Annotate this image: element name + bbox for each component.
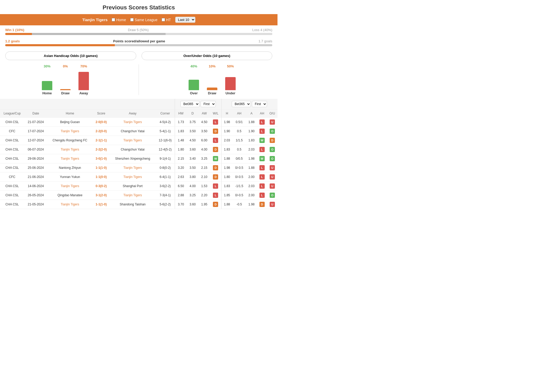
cell-corner: 4-5(4-2) bbox=[156, 118, 175, 127]
cell-a: 2.00 bbox=[246, 172, 257, 182]
home-checkbox[interactable] bbox=[112, 18, 115, 21]
cell-a: 1.98 bbox=[246, 200, 257, 209]
cell-corner: 0-8(0-2) bbox=[156, 163, 175, 172]
bet365-dropdown-1[interactable]: Bet365 bbox=[180, 101, 200, 107]
first-dropdown-2[interactable]: First bbox=[252, 101, 267, 107]
chart-bar-away bbox=[78, 72, 89, 90]
cell-ah2: W bbox=[257, 154, 267, 163]
badge-ah2: L bbox=[259, 174, 265, 180]
cell-aw: 2.10 bbox=[199, 172, 210, 182]
chart-pct-home: 30% bbox=[44, 64, 50, 68]
team-name: Tianjin Tigers bbox=[82, 18, 107, 22]
cell-d: 4.50 bbox=[187, 136, 199, 145]
chart-label-over: Over bbox=[190, 91, 198, 95]
chart-label-home: Home bbox=[42, 91, 52, 95]
table-row: CFC 21-06-2024 Yunnan Yukun 1-1(0-0) Tia… bbox=[0, 172, 278, 182]
cell-ah2: L bbox=[257, 145, 267, 154]
cell-league: CHA CSL bbox=[0, 163, 24, 172]
same-league-checkbox[interactable] bbox=[130, 18, 134, 21]
cell-hw: 3.20 bbox=[175, 163, 187, 172]
th-aw: AW bbox=[199, 109, 210, 118]
cell-corner: 12-4(5-2) bbox=[156, 145, 175, 154]
cell-away: Changchun Yatai bbox=[110, 145, 156, 154]
cell-league: CFC bbox=[0, 172, 24, 182]
ht-checkbox[interactable] bbox=[162, 18, 165, 21]
home-filter[interactable]: Home bbox=[112, 18, 126, 22]
bet365-dropdown-2[interactable]: Bet365 bbox=[232, 101, 251, 107]
last-n-dropdown[interactable]: Last 10 Last 5 Last 20 bbox=[175, 17, 195, 23]
chart-pct-away: 70% bbox=[80, 64, 87, 68]
cell-date: 14-06-2024 bbox=[24, 182, 47, 191]
cell-a: 2.00 bbox=[246, 191, 257, 200]
cell-date: 21-06-2024 bbox=[24, 172, 47, 182]
cell-h: 1.90 bbox=[221, 127, 233, 136]
badge-wl: D bbox=[213, 202, 218, 207]
cell-league: CHA CSL bbox=[0, 182, 24, 191]
chart-label-draw2: Draw bbox=[208, 91, 216, 95]
cell-a: 2.03 bbox=[246, 145, 257, 154]
cell-ah2: W bbox=[257, 136, 267, 145]
chart-pct-draw2: 10% bbox=[209, 64, 216, 68]
cell-away: Tianjin Tigers bbox=[110, 136, 156, 145]
chart-bar-over bbox=[189, 80, 199, 90]
ou-odds-button[interactable]: Over/Under Odds (10 games) bbox=[141, 51, 273, 60]
table-row: CHA CSL 21-07-2024 Beijing Guoan 2-0(0-0… bbox=[0, 118, 278, 127]
th-h: H bbox=[221, 109, 233, 118]
cell-ah: -1/1.5 bbox=[233, 182, 246, 191]
goals-bar bbox=[5, 44, 272, 46]
cell-hw: 6.50 bbox=[175, 182, 187, 191]
chart-pct-over: 40% bbox=[190, 64, 197, 68]
ah-odds-button[interactable]: Asian Handicap Odds (10 games) bbox=[5, 51, 136, 60]
cell-score: 1-1(1-0) bbox=[93, 163, 110, 172]
cell-date: 21-05-2024 bbox=[24, 200, 47, 209]
cell-score: 1-1(0-0) bbox=[93, 172, 110, 182]
th-away: Away bbox=[110, 109, 156, 118]
cell-ou: U bbox=[267, 118, 278, 127]
cell-away: Tianjin Tigers bbox=[110, 191, 156, 200]
chart-bar-wrap-over bbox=[189, 69, 199, 90]
ou-charts: 40% Over 10% Draw 50% Under bbox=[152, 64, 272, 95]
badge-wl: D bbox=[213, 129, 218, 134]
chart-pct-under: 50% bbox=[227, 64, 234, 68]
cell-home: Tianjin Tigers bbox=[47, 154, 93, 163]
chart-label-under: Under bbox=[225, 91, 235, 95]
th-date: Date bbox=[24, 109, 47, 118]
cell-corner: 3-6(2-2) bbox=[156, 182, 175, 191]
cell-corner: 5-6(2-2) bbox=[156, 200, 175, 209]
header-bar: Tianjin Tigers Home Same League HT Last … bbox=[0, 14, 278, 25]
table-row: CHA CSL 29-06-2024 Tianjin Tigers 3-0(1-… bbox=[0, 154, 278, 163]
badge-ou: O bbox=[270, 156, 275, 161]
cell-away: Shandong Taishan bbox=[110, 200, 156, 209]
chart-pct-draw: 0% bbox=[63, 64, 68, 68]
badge-wl: L bbox=[213, 138, 218, 143]
cell-league: CHA CSL bbox=[0, 200, 24, 209]
cell-score: 2-0(0-0) bbox=[93, 118, 110, 127]
cell-h: 1.88 bbox=[221, 200, 233, 209]
cell-corner: 12-1(6-0) bbox=[156, 136, 175, 145]
cell-league: CHA CSL bbox=[0, 154, 24, 163]
cell-ah: 0/-0.5 bbox=[233, 163, 246, 172]
cell-away: Tianjin Tigers bbox=[110, 172, 156, 182]
badge-ah2: L bbox=[259, 119, 265, 125]
cell-date: 26-05-2024 bbox=[24, 191, 47, 200]
cell-score: 1-1(1-0) bbox=[93, 200, 110, 209]
badge-ou: U bbox=[270, 119, 275, 125]
ht-filter[interactable]: HT bbox=[162, 18, 171, 22]
same-league-filter[interactable]: Same League bbox=[130, 18, 157, 22]
table-row: CHA CSL 26-05-2024 Qingdao Manatee 3-1(2… bbox=[0, 191, 278, 200]
cell-ah: 0.5 bbox=[233, 145, 246, 154]
cell-wl: D bbox=[210, 145, 221, 154]
cell-a: 1.98 bbox=[246, 154, 257, 163]
cell-h: 1.98 bbox=[221, 163, 233, 172]
badge-wl: D bbox=[213, 174, 218, 180]
cell-ah: 0/-0.5 bbox=[233, 191, 246, 200]
cell-ah2: L bbox=[257, 182, 267, 191]
th-hw: HW bbox=[175, 109, 187, 118]
first-dropdown-1[interactable]: First bbox=[201, 101, 216, 107]
badge-wl: L bbox=[213, 183, 218, 189]
cell-ah2: L bbox=[257, 127, 267, 136]
chart-bar-wrap-draw bbox=[60, 69, 71, 90]
cell-wl: L bbox=[210, 191, 221, 200]
cell-ou: O bbox=[267, 154, 278, 163]
cell-hw: 1.80 bbox=[175, 145, 187, 154]
